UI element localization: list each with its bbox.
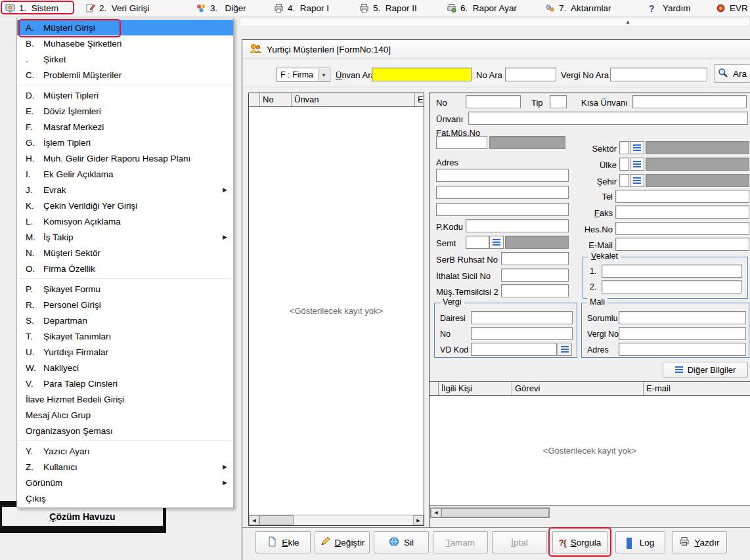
log-button[interactable]: Log [615,531,665,553]
menu-item[interactable]: Z. Kullanıcı [17,459,233,475]
degistir-button[interactable]: Değiştir [315,531,370,553]
serb-ruhsat-no-input[interactable] [501,252,569,265]
fat-mus-no-input[interactable] [436,136,487,149]
menu-item[interactable]: Mesaj Alıcı Grup [17,407,233,423]
header-ilgili-kisi[interactable]: İlgili Kişi [439,382,512,395]
menu-item[interactable]: Y. Yazıcı Ayarı [17,443,233,459]
menu-sistem[interactable]: 1. Sistem [3,0,61,16]
adres-input-1[interactable] [436,169,569,182]
kisa-unvani-input[interactable] [632,95,747,108]
p-kodu-input[interactable] [466,219,569,232]
vekalet-2-input[interactable] [602,280,742,293]
customer-list-hscrollbar[interactable]: ◀ ▶ [249,515,424,525]
email-input[interactable] [615,238,749,251]
menu-item[interactable]: U. Yurtdışı Firmalar [17,344,233,360]
menu-item[interactable]: İlave Hizmet Bedeli Girişi [17,391,233,407]
menu-item[interactable] [17,439,233,443]
chevron-down-icon[interactable]: ▼ [318,69,329,81]
unvan-ara-input[interactable] [372,68,472,81]
menu-item[interactable]: B. Muhasebe Şirketleri [17,35,233,51]
mali-sorumlu-input[interactable] [619,311,746,324]
menu-item[interactable]: G. İşlem Tipleri [17,135,233,150]
menu-rapor-ayar[interactable]: 6. Rapor Ayar [444,0,519,16]
tip-input[interactable] [550,95,567,108]
ulke-code-input[interactable] [619,158,629,171]
menu-item[interactable]: T. Şikayet Tanımları [17,328,233,344]
menu-rapor-2[interactable]: 5. Rapor II [357,0,420,16]
hes-no-input[interactable] [615,222,749,235]
iptal-button[interactable]: İptal [492,531,547,553]
ithalat-sicil-no-input[interactable] [501,269,569,282]
tel-input[interactable] [615,190,749,203]
menu-item[interactable]: Görünüm [17,475,233,490]
unvani-input[interactable] [468,112,748,125]
menu-item[interactable]: W. Nakliyeci [17,360,233,376]
menu-item[interactable]: J. Evrak [17,182,233,198]
menu-item[interactable]: L. Komisyon Açıklama [17,213,233,229]
contacts-hscrollbar[interactable]: ◀ [430,507,550,518]
header-unvan[interactable]: Ünvan [292,93,415,106]
header-ek[interactable]: Ek [415,93,424,106]
scroll-up-icon[interactable]: ▲ [625,18,630,26]
mus-temsilcisi-input[interactable] [501,284,569,297]
menu-item[interactable]: E. Döviz İşlemleri [17,103,233,119]
scrollbar-thumb[interactable] [441,508,549,517]
menu-veri-girisi[interactable]: 2. Veri Girişi [83,0,152,16]
diger-bilgiler-button[interactable]: Diğer Bilgiler [663,362,748,377]
vergi-dairesi-input[interactable] [471,311,573,324]
menu-item[interactable]: I. Ek Gelir Açıklama [17,166,233,182]
menu-item[interactable]: . Şirket [17,51,233,67]
ekle-button[interactable]: Ekle [255,531,311,553]
menu-aktarimlar[interactable]: 7. Aktarımlar [542,0,614,16]
filter-type-combo[interactable]: F : Firma ▼ [276,68,330,82]
vergi-no-ara-input[interactable] [610,68,707,81]
menu-item[interactable]: O. Firma Özellik [17,261,233,276]
menu-item[interactable]: Çıkış [17,490,233,506]
sehir-code-input[interactable] [619,174,629,187]
adres-input-2[interactable] [436,186,569,199]
menu-item[interactable]: H. Muh. Gelir Gider Raporu Hesap Planı [17,150,233,166]
menu-item[interactable]: S. Departman [17,312,233,328]
mali-vergi-no-input[interactable] [619,327,746,340]
scroll-right-icon[interactable]: ▶ [413,515,424,525]
faks-input[interactable] [615,205,749,219]
cozum-havuzu-button[interactable]: Çözüm Havuzu [1,506,164,527]
scroll-left-icon[interactable]: ◀ [249,515,259,525]
sil-button[interactable]: Sil [374,531,429,553]
vd-kod-input[interactable] [471,343,557,356]
menu-yardim[interactable]: ? Yardım [646,0,694,16]
semt-browse-button[interactable] [489,236,504,249]
scroll-left-icon[interactable]: ◀ [431,508,441,517]
menu-item[interactable] [17,276,233,281]
semt-code-input[interactable] [466,236,489,249]
scrollbar-track[interactable] [294,515,413,525]
mali-adres-input[interactable] [619,343,746,356]
yazdir-button[interactable]: Yazdır [672,531,727,553]
menu-item[interactable]: Organizasyon Şeması [17,423,233,439]
form-titlebar[interactable]: Yurtiçi Müşterileri [FormNo:140] [242,40,750,59]
vekalet-1-input[interactable] [602,265,742,278]
header-gorevi[interactable]: Görevi [512,382,644,395]
sorgula-button[interactable]: ?{ Sorgula [552,531,607,553]
no-input[interactable] [466,95,521,108]
header-email[interactable]: E-mail [644,382,750,395]
menu-diger[interactable]: 3. Diğer [194,0,249,16]
menu-item[interactable]: N. Müşteri Sektör [17,245,233,261]
menu-item[interactable]: A. Müşteri Girişi [17,20,233,35]
vergi-no-input[interactable] [471,327,573,340]
scrollbar-thumb[interactable] [259,515,294,525]
vd-kod-browse-button[interactable] [558,343,572,356]
header-indicator-column[interactable] [430,382,439,395]
ara-search-button[interactable]: Ara [714,64,750,83]
header-no[interactable]: No [260,93,292,106]
sektor-code-input[interactable] [619,141,629,154]
menu-item[interactable]: K. Çekin Verildiği Yer Girişi [17,198,233,213]
tamam-button[interactable]: Tamam [433,531,488,553]
sehir-browse-button[interactable] [630,174,644,187]
adres-input-3[interactable] [436,203,569,216]
menu-item[interactable]: C. Problemli Müşteriler [17,67,233,83]
menu-item[interactable] [17,83,233,87]
menu-item[interactable]: F. Masraf Merkezi [17,119,233,135]
sektor-browse-button[interactable] [630,141,644,154]
menu-item[interactable]: P. Şikayet Formu [17,281,233,297]
